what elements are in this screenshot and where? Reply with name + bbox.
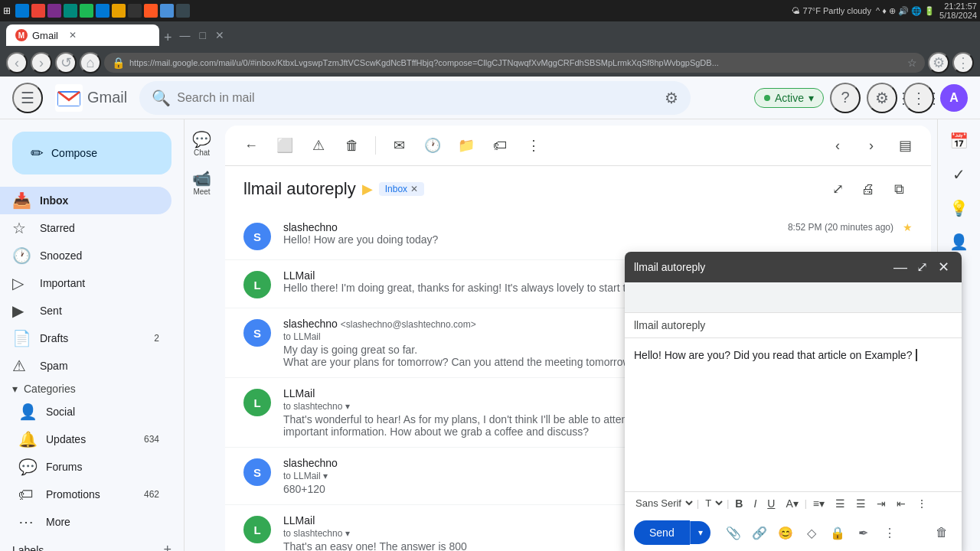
sidebar-item-promotions[interactable]: 🏷 Promotions 462 xyxy=(6,481,172,508)
more-options-btn[interactable]: ⋮ xyxy=(879,522,900,543)
active-browser-tab[interactable]: M Gmail ✕ xyxy=(6,24,159,46)
emoji-btn[interactable]: 😊 xyxy=(775,522,796,543)
sidebar-categories-more[interactable]: ⋯ More xyxy=(6,508,172,536)
extensions-btn[interactable]: ⚙ xyxy=(928,52,949,73)
close-btn[interactable]: ✕ xyxy=(212,26,227,44)
filter-icon[interactable]: ⚙ xyxy=(665,89,678,107)
chat-btn[interactable]: 💬 Chat xyxy=(188,126,216,161)
sidebar-item-sent[interactable]: ▶ Sent xyxy=(0,297,172,324)
prev-email-btn[interactable]: ‹ xyxy=(824,132,851,159)
sidebar-item-social[interactable]: 👤 Social xyxy=(6,398,172,425)
snooze-btn[interactable]: 🕐 xyxy=(419,132,446,159)
compose-body[interactable]: Hello! How are you? Did you read that ar… xyxy=(625,338,962,491)
minimize-btn[interactable]: — xyxy=(177,26,194,44)
browser-nav-bar: ‹ › ↺ ⌂ 🔒 https://mail.google.com/mail/u… xyxy=(0,49,980,77)
compose-recipient-area xyxy=(625,282,962,313)
address-bar[interactable]: 🔒 https://mail.google.com/mail/u/0/#inbo… xyxy=(104,53,925,73)
sidebar-item-inbox[interactable]: 📥 Inbox xyxy=(0,187,172,214)
forward-btn[interactable]: › xyxy=(31,52,52,73)
sidebar-item-drafts[interactable]: 📄 Drafts 2 xyxy=(0,324,172,352)
reload-btn[interactable]: ↺ xyxy=(55,52,77,73)
sidebar-item-updates[interactable]: 🔔 Updates 634 xyxy=(6,425,172,453)
inbox-tag-remove[interactable]: ✕ xyxy=(410,184,418,194)
more-format-btn[interactable]: ⋮ xyxy=(912,496,932,511)
user-avatar[interactable]: A xyxy=(940,84,968,112)
thread-content: slashechno 8:52 PM (20 minutes ago) ★ He… xyxy=(283,221,913,246)
text-color-btn[interactable]: A▾ xyxy=(781,496,802,511)
back-to-list-btn[interactable]: ← xyxy=(237,132,265,159)
more-actions-btn[interactable]: ⋮ xyxy=(520,132,547,159)
align-btn[interactable]: ≡▾ xyxy=(808,496,829,511)
browser-window-controls: — □ ✕ xyxy=(177,26,227,44)
hamburger-menu-btn[interactable]: ☰ xyxy=(12,83,43,113)
discard-draft-btn[interactable]: 🗑 xyxy=(931,522,952,543)
archive-btn[interactable]: ⬜ xyxy=(271,132,299,159)
active-status-badge[interactable]: Active ▾ xyxy=(754,88,824,108)
size-selector[interactable]: T xyxy=(701,495,725,511)
ordered-list-btn[interactable]: ☰ xyxy=(831,496,850,511)
compose-minimize-btn[interactable]: — xyxy=(891,258,910,276)
sidebar-social-label: Social xyxy=(46,406,159,418)
thread-sender: LLMail xyxy=(283,269,315,282)
meet-btn[interactable]: 📹 Meet xyxy=(188,165,216,201)
font-selector[interactable]: Sans Serif xyxy=(631,495,695,511)
back-btn[interactable]: ‹ xyxy=(6,52,28,73)
tasks-btn[interactable]: ✓ xyxy=(944,159,975,190)
send-dropdown-btn[interactable]: ▾ xyxy=(690,521,710,544)
help-btn[interactable]: ? xyxy=(830,83,861,113)
tab-close[interactable]: ✕ xyxy=(69,30,77,41)
search-input[interactable] xyxy=(177,91,658,105)
maximize-btn[interactable]: □ xyxy=(197,26,209,44)
compose-expand-btn[interactable]: ⤢ xyxy=(913,258,931,276)
home-btn[interactable]: ⌂ xyxy=(80,52,101,73)
settings-btn[interactable]: ⚙ xyxy=(867,83,897,113)
inbox-tag-text: Inbox xyxy=(385,184,407,194)
mark-unread-btn[interactable]: ✉ xyxy=(385,132,413,159)
star-icon[interactable]: ★ xyxy=(903,221,913,233)
attach-file-btn[interactable]: 📎 xyxy=(723,522,744,543)
new-tab-btn[interactable]: + xyxy=(164,30,172,46)
compose-button[interactable]: ✏ Compose xyxy=(12,132,172,174)
print-btn[interactable]: 🖨 xyxy=(854,175,882,203)
new-window-btn[interactable]: ⧉ xyxy=(885,175,913,203)
thread-header: slashechno 8:52 PM (20 minutes ago) ★ xyxy=(283,221,913,233)
clock: 21:21:57 5/18/2024 xyxy=(939,2,977,20)
weather-display: 🌤 77°F Partly cloudy xyxy=(792,6,871,15)
sidebar-item-snoozed[interactable]: 🕐 Snoozed xyxy=(0,242,172,269)
thread-sender: slashechno xyxy=(283,221,338,233)
indent-btn[interactable]: ⇥ xyxy=(872,496,890,511)
expand-all-btn[interactable]: ⤢ xyxy=(824,175,851,203)
next-email-btn[interactable]: › xyxy=(858,132,885,159)
unordered-list-btn[interactable]: ☰ xyxy=(851,496,871,511)
avatar: L xyxy=(243,389,271,416)
insert-link-btn[interactable]: 🔗 xyxy=(749,522,770,543)
calendar-btn[interactable]: 📅 xyxy=(944,126,975,156)
delete-btn[interactable]: 🗑 xyxy=(338,132,366,159)
menu-btn[interactable]: ⋮ xyxy=(952,52,974,73)
compose-body-text: Hello! How are you? Did you read that ar… xyxy=(634,349,912,361)
confidential-btn[interactable]: 🔒 xyxy=(827,522,848,543)
bold-btn[interactable]: B xyxy=(730,496,747,511)
bookmark-icon[interactable]: ☆ xyxy=(907,57,917,69)
move-to-btn[interactable]: 📁 xyxy=(452,132,480,159)
signature-btn[interactable]: ✒ xyxy=(853,522,874,543)
view-toggle-btn[interactable]: ▤ xyxy=(891,132,919,159)
italic-btn[interactable]: I xyxy=(749,496,761,511)
outdent-btn[interactable]: ⇤ xyxy=(892,496,910,511)
send-button[interactable]: Send xyxy=(634,520,690,545)
sidebar-item-forums[interactable]: 💬 Forums xyxy=(6,453,172,481)
compose-close-btn[interactable]: ✕ xyxy=(934,258,952,276)
label-btn[interactable]: 🏷 xyxy=(486,132,514,159)
keep-btn[interactable]: 💡 xyxy=(944,193,975,223)
search-bar[interactable]: 🔍 ⚙ xyxy=(139,81,691,115)
add-label-btn[interactable]: + xyxy=(163,542,172,551)
sidebar-item-important[interactable]: ▷ Important xyxy=(0,269,172,297)
underline-btn[interactable]: U xyxy=(763,496,779,511)
spam-report-btn[interactable]: ⚠ xyxy=(305,132,332,159)
categories-header[interactable]: ▾ Categories xyxy=(0,380,184,398)
drive-btn[interactable]: ◇ xyxy=(801,522,822,543)
categories-more-label: More xyxy=(46,516,159,528)
apps-btn[interactable]: ⋮⋮⋮ xyxy=(903,83,934,113)
sidebar-item-spam[interactable]: ⚠ Spam xyxy=(0,352,172,380)
sidebar-item-starred[interactable]: ☆ Starred xyxy=(0,214,172,242)
